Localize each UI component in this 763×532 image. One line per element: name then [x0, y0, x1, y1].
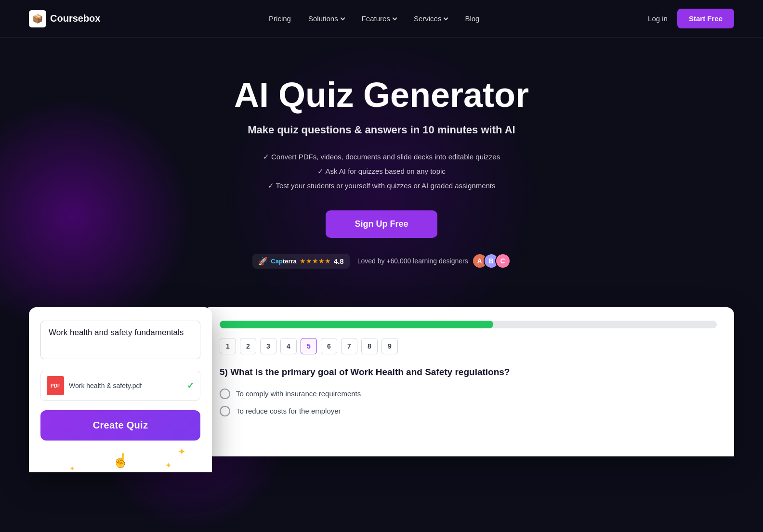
sparkle-icon: ✦ [69, 465, 75, 472]
question-number-9[interactable]: 9 [382, 338, 398, 354]
question-text: 5) What is the primary goal of Work Heal… [220, 366, 717, 379]
hero-title: AI Quiz Generator [10, 76, 753, 114]
pdf-icon: PDF [47, 376, 64, 395]
chevron-down-icon [340, 16, 345, 21]
question-number-2[interactable]: 2 [240, 338, 256, 354]
question-number-4[interactable]: 4 [280, 338, 297, 354]
logo-icon: 📦 [29, 10, 46, 27]
start-free-button[interactable]: Start Free [677, 9, 734, 28]
sparkle-area: ☝ ✦ ✦ ✦ [40, 448, 200, 472]
nav-services[interactable]: Services [414, 14, 448, 23]
hero-subtitle: Make quiz questions & answers in 10 minu… [10, 124, 753, 136]
loved-text: Loved by +60,000 learning designers [357, 257, 468, 265]
chevron-down-icon [444, 16, 448, 21]
user-avatars: A B C [476, 253, 511, 269]
avatar: C [495, 253, 511, 269]
radio-button[interactable] [220, 406, 230, 416]
progress-fill [220, 321, 493, 328]
capterra-badge: 🚀 Capterra ★★★★★ 4.8 [252, 254, 349, 269]
check-icon: ✓ [187, 380, 194, 391]
nav-pricing[interactable]: Pricing [269, 14, 291, 23]
quiz-creator-card: PDF Work health & safety.pdf ✓ Create Qu… [29, 307, 212, 472]
rating-value: 4.8 [334, 257, 344, 265]
nav-links: Pricing Solutions Features Services Blog [269, 14, 479, 23]
nav-blog[interactable]: Blog [465, 14, 479, 23]
social-proof: 🚀 Capterra ★★★★★ 4.8 Loved by +60,000 le… [10, 253, 753, 269]
navbar: 📦 Coursebox Pricing Solutions Features S… [0, 0, 763, 38]
nav-features[interactable]: Features [362, 14, 396, 23]
hero-features-list: Convert PDFs, videos, documents and slid… [10, 150, 753, 193]
nav-right: Log in Start Free [648, 9, 734, 28]
answer-option-2[interactable]: To reduce costs for the employer [220, 406, 717, 416]
signup-button[interactable]: Sign Up Free [326, 210, 437, 238]
brand-logo[interactable]: 📦 Coursebox [29, 10, 100, 27]
sparkle-icon: ✦ [178, 446, 186, 457]
quiz-display-card: 1 2 3 4 5 6 7 8 9 5) What is the primary… [202, 307, 734, 456]
demo-section: PDF Work health & safety.pdf ✓ Create Qu… [0, 307, 763, 472]
capterra-logo: Capterra [271, 258, 296, 265]
pdf-filename: Work health & safety.pdf [69, 382, 182, 389]
question-number-6[interactable]: 6 [321, 338, 337, 354]
answer-option-1[interactable]: To comply with insurance requirements [220, 389, 717, 399]
brand-name: Coursebox [50, 13, 100, 24]
question-number-5[interactable]: 5 [301, 338, 317, 354]
feature-item: Ask AI for quizzes based on any topic [10, 164, 753, 179]
create-quiz-button[interactable]: Create Quiz [40, 410, 200, 441]
feature-item: Test your students or yourself with quiz… [10, 179, 753, 193]
login-button[interactable]: Log in [648, 14, 668, 23]
question-number-1[interactable]: 1 [220, 338, 236, 354]
question-number-3[interactable]: 3 [260, 338, 276, 354]
nav-solutions[interactable]: Solutions [308, 14, 344, 23]
radio-button[interactable] [220, 389, 230, 399]
question-number-8[interactable]: 8 [361, 338, 378, 354]
pdf-file-row: PDF Work health & safety.pdf ✓ [40, 371, 200, 401]
capterra-arrow-icon: 🚀 [258, 257, 268, 266]
chevron-down-icon [392, 16, 397, 21]
quiz-topic-input[interactable] [40, 321, 200, 359]
question-numbers: 1 2 3 4 5 6 7 8 9 [220, 338, 717, 354]
cursor-icon: ☝ [112, 453, 129, 468]
sparkle-icon: ✦ [165, 461, 171, 470]
feature-item: Convert PDFs, videos, documents and slid… [10, 150, 753, 164]
question-number-7[interactable]: 7 [341, 338, 357, 354]
progress-bar [220, 321, 717, 328]
hero-section: AI Quiz Generator Make quiz questions & … [0, 38, 763, 298]
star-rating-icon: ★★★★★ [300, 257, 331, 265]
